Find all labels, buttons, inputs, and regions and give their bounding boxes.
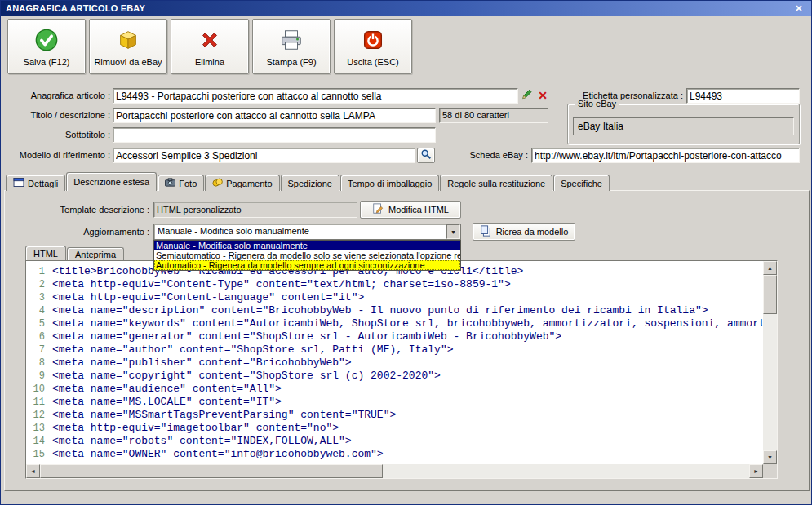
red-x-icon: ✕ bbox=[538, 90, 548, 101]
line-number: 5 bbox=[26, 317, 52, 330]
ricrea-da-modello-button[interactable]: Ricrea da modello bbox=[473, 223, 575, 241]
window-title: ANAGRAFICA ARTICOLO EBAY bbox=[6, 3, 145, 13]
titolo-input[interactable] bbox=[113, 108, 436, 123]
tabbar: Dettagli Descrizione estesa Foto Pagamen… bbox=[6, 172, 610, 191]
code-text: <meta name="description" content="Bricoh… bbox=[52, 304, 708, 317]
dropdown-option-semiautomatico[interactable]: Semiautomatico - Rigenera da modello sol… bbox=[154, 250, 460, 260]
code-text: <meta http-equiv="Content-Language" cont… bbox=[52, 291, 364, 304]
horizontal-scrollbar[interactable]: ◄ ► bbox=[26, 464, 763, 478]
code-text: <meta http-equiv="imagetoolbar" content=… bbox=[52, 422, 339, 435]
copy-pages-icon bbox=[480, 225, 491, 238]
subtab-anteprima[interactable]: Anteprima bbox=[67, 247, 124, 260]
html-code-editor[interactable]: 1<title>BricohobbyWeb - Ricambi ed acces… bbox=[25, 260, 778, 479]
aggiornamento-combobox[interactable]: Manuale - Modifica solo manualmente ▼ bbox=[153, 224, 461, 240]
line-number: 10 bbox=[26, 383, 52, 396]
line-number: 8 bbox=[26, 357, 52, 370]
close-icon[interactable]: ✕ bbox=[792, 2, 806, 14]
tab-foto[interactable]: Foto bbox=[158, 175, 204, 191]
tab-regole-restituzione[interactable]: Regole sulla restituzione bbox=[440, 175, 552, 191]
anagrafica-articolo-input[interactable] bbox=[113, 88, 518, 104]
sito-ebay-label: Sito eBay bbox=[575, 99, 619, 109]
tab-label: Regole sulla restituzione bbox=[447, 179, 545, 188]
horizontal-scrollbar-thumb[interactable] bbox=[40, 464, 383, 478]
modello-label: Modello di riferimento : bbox=[6, 150, 110, 160]
tab-label: Tempo di imballaggio bbox=[348, 179, 432, 188]
sottotitolo-input[interactable] bbox=[113, 127, 436, 143]
pencil-icon bbox=[521, 88, 533, 103]
exit-power-icon bbox=[360, 27, 386, 53]
code-text: <meta name="copyright" content="ShopStor… bbox=[52, 370, 441, 383]
scroll-right-icon[interactable]: ► bbox=[749, 464, 763, 478]
code-line: 8<meta name="publisher" content="Bricoho… bbox=[26, 357, 763, 370]
rimuovi-button-label: Rimuovi da eBay bbox=[94, 57, 162, 67]
titlebar[interactable]: ANAGRAFICA ARTICOLO EBAY ✕ bbox=[1, 1, 811, 16]
subtab-label: HTML bbox=[33, 249, 58, 259]
code-line: 4<meta name="description" content="Brico… bbox=[26, 304, 763, 317]
tab-dettagli[interactable]: Dettagli bbox=[6, 175, 65, 191]
elimina-button[interactable]: Elimina bbox=[171, 19, 249, 74]
line-number: 11 bbox=[26, 396, 52, 409]
toolbar: Salva (F12) Rimuovi da eBay Elimina Stam… bbox=[7, 19, 412, 74]
code-line: 14<meta name="robots" content="INDEX,FOL… bbox=[26, 435, 763, 448]
line-number: 13 bbox=[26, 422, 52, 435]
vertical-scrollbar[interactable]: ▲ ▼ bbox=[763, 261, 777, 464]
tab-pagamento[interactable]: Pagamento bbox=[205, 175, 279, 191]
line-number: 9 bbox=[26, 370, 52, 383]
code-text: <meta name="audience" content="All"> bbox=[52, 383, 282, 396]
magnifier-icon bbox=[420, 148, 432, 162]
tab-tempo-imballaggio[interactable]: Tempo di imballaggio bbox=[340, 175, 439, 191]
scroll-left-icon[interactable]: ◄ bbox=[26, 464, 40, 478]
clear-field-button[interactable]: ✕ bbox=[535, 88, 550, 102]
printer-icon bbox=[278, 27, 304, 53]
line-number: 2 bbox=[26, 278, 52, 291]
subtab-html[interactable]: HTML bbox=[25, 246, 66, 260]
cerca-modello-button[interactable] bbox=[417, 148, 435, 163]
dropdown-option-manuale[interactable]: Manuale - Modifica solo manualmente bbox=[154, 241, 460, 250]
elimina-button-label: Elimina bbox=[195, 57, 224, 67]
code-area[interactable]: 1<title>BricohobbyWeb - Ricambi ed acces… bbox=[26, 261, 763, 464]
code-text: <meta name="keywords" content="Autoricam… bbox=[52, 317, 763, 330]
modifica-html-button[interactable]: Modifica HTML bbox=[360, 201, 461, 219]
dropdown-option-automatico[interactable]: Automatico - Rigenera da modello sempre … bbox=[154, 260, 460, 270]
stampa-button[interactable]: Stampa (F9) bbox=[252, 19, 331, 74]
code-line: 12<meta name="MSSmartTagsPreventParsing"… bbox=[26, 409, 763, 422]
scheda-ebay-input[interactable] bbox=[531, 148, 800, 163]
modello-input[interactable] bbox=[113, 148, 415, 163]
chevron-down-icon[interactable]: ▼ bbox=[446, 224, 460, 239]
sito-ebay-value: eBay Italia bbox=[573, 117, 794, 135]
code-line: 9<meta name="copyright" content="ShopSto… bbox=[26, 370, 763, 383]
tab-label: Dettagli bbox=[28, 179, 58, 188]
tab-specifiche[interactable]: Specifiche bbox=[553, 175, 610, 191]
edit-pencil-button[interactable] bbox=[519, 88, 534, 102]
line-number: 3 bbox=[26, 291, 52, 304]
line-number: 1 bbox=[26, 265, 52, 278]
tab-spedizione[interactable]: Spedizione bbox=[281, 175, 339, 191]
char-counter: 58 di 80 caratteri bbox=[439, 108, 548, 123]
line-number: 6 bbox=[26, 330, 52, 343]
code-line: 15<meta name="OWNER" content="info@brico… bbox=[26, 448, 763, 461]
uscita-button[interactable]: Uscita (ESC) bbox=[334, 19, 412, 74]
tab-descrizione-estesa[interactable]: Descrizione estesa bbox=[66, 172, 157, 191]
vertical-scrollbar-thumb[interactable] bbox=[763, 275, 777, 314]
salva-button[interactable]: Salva (F12) bbox=[7, 19, 86, 74]
tab-label: Descrizione estesa bbox=[73, 177, 149, 187]
code-text: <meta http-equiv="Content-Type" content=… bbox=[52, 278, 511, 291]
sito-ebay-groupbox: Sito eBay eBay Italia bbox=[567, 104, 800, 144]
window-icon bbox=[13, 178, 24, 188]
stampa-button-label: Stampa (F9) bbox=[266, 57, 316, 67]
rimuovi-da-ebay-button[interactable]: Rimuovi da eBay bbox=[89, 19, 167, 74]
aggiornamento-label: Aggiornamento : bbox=[17, 227, 149, 237]
yellow-package-icon bbox=[115, 27, 141, 53]
scheda-ebay-label: Scheda eBay : bbox=[458, 150, 528, 160]
code-text: <meta name="OWNER" content="info@bricoho… bbox=[52, 448, 384, 461]
code-text: <meta name="MSSmartTagsPreventParsing" c… bbox=[52, 409, 396, 422]
aggiornamento-selected-value: Manuale - Modifica solo manualmente bbox=[154, 224, 446, 239]
editor-subtabs: HTML Anteprima bbox=[25, 246, 125, 260]
scroll-down-icon[interactable]: ▼ bbox=[763, 450, 777, 464]
scroll-up-icon[interactable]: ▲ bbox=[763, 261, 777, 275]
coins-icon bbox=[212, 178, 223, 188]
etichetta-input[interactable] bbox=[686, 88, 800, 104]
salva-button-label: Salva (F12) bbox=[24, 57, 70, 67]
code-text: <meta name="robots" content="INDEX,FOLLO… bbox=[52, 435, 352, 448]
anagrafica-articolo-label: Anagrafica articolo : bbox=[6, 91, 110, 100]
